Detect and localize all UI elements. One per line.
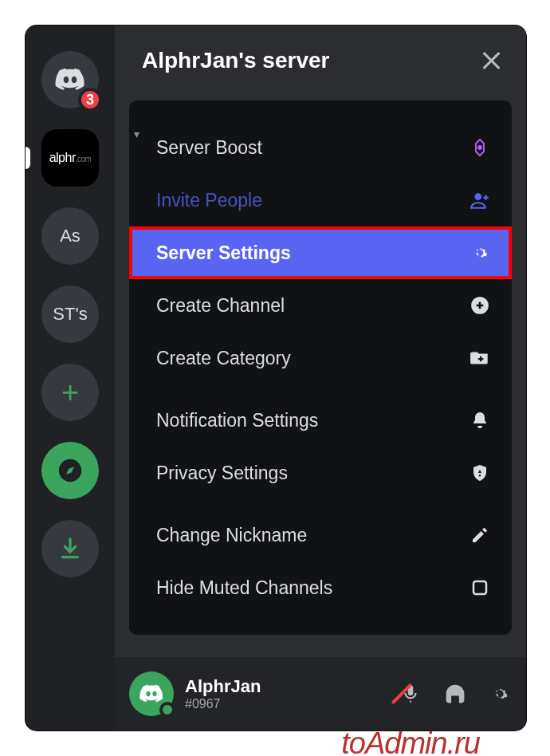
mention-badge: 3	[78, 88, 102, 112]
plus-icon: +	[61, 376, 79, 410]
menu-change-nickname[interactable]: Change Nickname	[129, 509, 512, 561]
gear-icon	[489, 683, 511, 705]
menu-server-settings[interactable]: Server Settings	[129, 226, 512, 279]
deafen-button[interactable]	[443, 682, 467, 706]
server-item-sts[interactable]: ST's	[41, 285, 99, 343]
server-initials: ST's	[53, 304, 87, 325]
menu-label: Server Settings	[156, 242, 291, 264]
chevron-down-icon[interactable]: ▾	[134, 128, 139, 140]
menu-invite-people[interactable]: Invite People	[129, 174, 512, 226]
close-icon[interactable]	[480, 49, 502, 72]
shield-icon	[469, 462, 491, 484]
user-info[interactable]: AlphrJan #0967	[185, 676, 387, 711]
menu-notification-settings[interactable]: Notification Settings	[129, 394, 512, 447]
boost-gem-icon	[469, 136, 491, 159]
server-item-as[interactable]: As	[41, 207, 99, 265]
server-dropdown-menu: ▾ ▾ Server Boost Invite People Server Se…	[129, 100, 512, 635]
menu-label: Create Channel	[156, 295, 285, 317]
pencil-icon	[469, 524, 491, 546]
channel-panel: AlphrJan's server ▾ ▾ Server Boost Invit…	[115, 26, 526, 730]
menu-label: Change Nickname	[156, 525, 307, 546]
username: AlphrJan	[185, 676, 387, 697]
download-icon	[57, 536, 83, 561]
user-settings-button[interactable]	[488, 682, 512, 706]
user-controls	[399, 682, 512, 706]
menu-label: Create Category	[156, 348, 291, 369]
menu-server-boost[interactable]: Server Boost	[129, 121, 512, 174]
menu-label: Privacy Settings	[156, 463, 288, 484]
checkbox-empty-icon	[469, 577, 491, 599]
svg-rect-3	[473, 581, 486, 594]
microphone-icon	[400, 683, 421, 704]
avatar[interactable]	[129, 671, 174, 716]
menu-hide-muted[interactable]: Hide Muted Channels	[129, 561, 512, 614]
server-title: AlphrJan's server	[142, 48, 329, 73]
menu-privacy-settings[interactable]: Privacy Settings	[129, 447, 512, 499]
server-icon-text: alphr.com	[49, 151, 92, 165]
svg-point-0	[478, 146, 481, 149]
add-person-icon	[469, 189, 491, 211]
explore-button[interactable]	[41, 442, 99, 499]
status-indicator	[159, 702, 175, 718]
user-tag: #0967	[185, 697, 387, 711]
download-apps-button[interactable]	[41, 520, 99, 577]
server-initials: As	[60, 226, 81, 246]
server-header[interactable]: AlphrJan's server	[115, 26, 526, 89]
headphones-icon	[443, 682, 467, 706]
svg-point-1	[475, 193, 482, 200]
discord-logo-icon	[139, 681, 164, 707]
server-sidebar: 3 alphr.com As ST's +	[26, 26, 115, 730]
bell-icon	[469, 409, 491, 431]
plus-circle-icon	[469, 294, 491, 317]
app-window: 3 alphr.com As ST's + AlphrJan's serve	[26, 26, 526, 730]
menu-label: Hide Muted Channels	[156, 577, 332, 599]
gear-icon	[469, 242, 491, 264]
user-panel: AlphrJan #0967	[115, 657, 526, 730]
server-item-alphr[interactable]: alphr.com	[41, 129, 99, 187]
home-button[interactable]: 3	[41, 51, 99, 108]
menu-label: Invite People	[156, 190, 262, 211]
mute-button[interactable]	[399, 682, 422, 706]
folder-plus-icon	[469, 347, 491, 369]
compass-icon	[57, 457, 84, 484]
add-server-button[interactable]: +	[41, 364, 99, 421]
watermark: toAdmin.ru	[341, 726, 480, 756]
menu-create-channel[interactable]: Create Channel	[129, 279, 512, 332]
menu-label: Server Boost	[156, 137, 262, 159]
menu-label: Notification Settings	[156, 410, 318, 431]
menu-create-category[interactable]: Create Category	[129, 332, 512, 384]
